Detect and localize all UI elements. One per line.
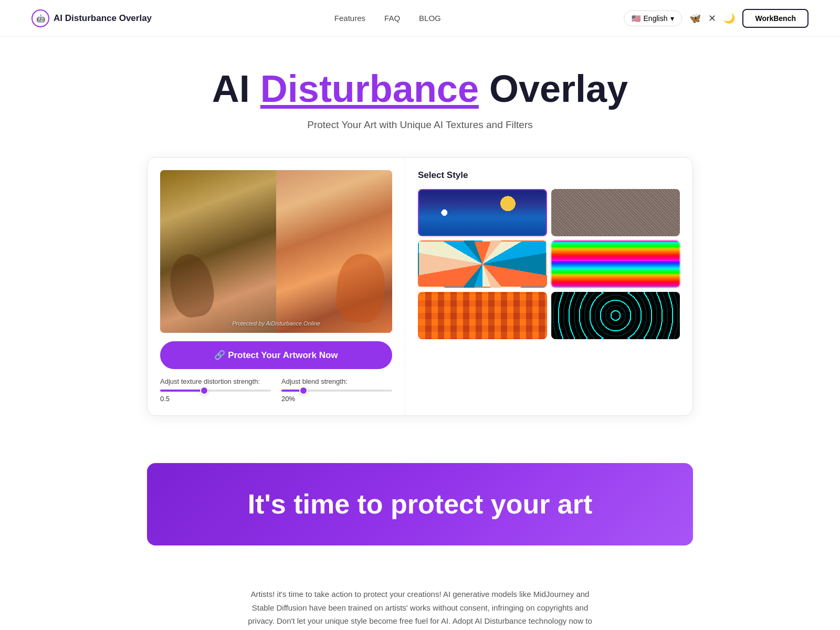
texture-slider-track[interactable]: [160, 390, 271, 392]
artwork-watermark: Protected by AiDisturbance.Online: [232, 320, 320, 327]
texture-slider-group: Adjust texture distortion strength: 0.5: [160, 377, 271, 403]
hero-title-part2: Overlay: [479, 68, 628, 110]
promo-headline: It's time to protect your art: [248, 489, 593, 519]
style-panel-title: Select Style: [418, 170, 680, 181]
language-selector[interactable]: 🇺🇸 English ▾: [624, 10, 682, 26]
body-text: Artists! it's time to take action to pro…: [247, 587, 593, 630]
style-grid: [418, 189, 680, 339]
blend-slider-group: Adjust blend strength: 20%: [281, 377, 392, 403]
chevron-down-icon: ▾: [670, 14, 674, 23]
twitter-x-icon[interactable]: ✕: [708, 13, 716, 24]
sliders-row: Adjust texture distortion strength: 0.5 …: [160, 377, 392, 403]
lang-label: English: [644, 14, 668, 23]
blend-slider-value: 20%: [281, 395, 392, 403]
artwork-protected: [276, 170, 392, 333]
bluesky-icon[interactable]: 🦋: [689, 13, 701, 24]
logo-link[interactable]: 🤖 AI Disturbance Overlay: [32, 9, 152, 27]
nav-faq[interactable]: FAQ: [384, 14, 400, 23]
hero-title-part1: AI: [212, 68, 260, 110]
texture-slider-thumb[interactable]: [200, 386, 208, 395]
style-thumb-dark-swirl[interactable]: [551, 292, 680, 339]
body-text-section: Artists! it's time to take action to pro…: [236, 577, 604, 630]
navbar: 🤖 AI Disturbance Overlay Features FAQ BL…: [0, 0, 840, 37]
protect-artwork-button[interactable]: 🔗 Protect Your Artwork Now: [160, 341, 392, 369]
demo-section: Protected by AiDisturbance.Online 🔗 Prot…: [0, 141, 840, 432]
hero-title: AI Disturbance Overlay: [10, 68, 830, 110]
demo-card: Protected by AiDisturbance.Online 🔗 Prot…: [147, 157, 693, 416]
style-thumb-starry-night[interactable]: [418, 189, 547, 236]
lang-flag: 🇺🇸: [632, 14, 640, 23]
workbench-button[interactable]: WorkBench: [742, 9, 808, 28]
artwork-preview: Protected by AiDisturbance.Online: [160, 170, 392, 333]
style-thumb-colorful-scatter[interactable]: [418, 240, 547, 288]
nav-blog[interactable]: BLOG: [419, 14, 441, 23]
blend-label: Adjust blend strength:: [281, 377, 392, 385]
artwork-original: [160, 170, 276, 333]
style-thumb-pixel-mosaic[interactable]: [418, 292, 547, 339]
demo-left-panel: Protected by AiDisturbance.Online 🔗 Prot…: [148, 158, 405, 415]
blend-slider-track[interactable]: [281, 390, 392, 392]
style-thumb-wavy-psychedelic[interactable]: [551, 240, 680, 288]
promo-wrapper: It's time to protect your art: [0, 432, 840, 577]
hero-section: AI Disturbance Overlay Protect Your Art …: [0, 37, 840, 141]
style-thumb-noise-portrait[interactable]: [551, 189, 680, 236]
texture-label: Adjust texture distortion strength:: [160, 377, 271, 385]
demo-right-panel: Select Style: [405, 158, 692, 415]
nav-links: Features FAQ BLOG: [334, 14, 441, 23]
logo-icon: 🤖: [32, 9, 49, 27]
logo-text: AI Disturbance Overlay: [54, 13, 152, 24]
nav-right: 🇺🇸 English ▾ 🦋 ✕ 🌙 WorkBench: [624, 9, 808, 28]
hero-subtitle: Protect Your Art with Unique AI Textures…: [10, 119, 830, 131]
blend-slider-thumb[interactable]: [299, 386, 308, 395]
texture-slider-fill: [160, 390, 204, 392]
texture-slider-value: 0.5: [160, 395, 271, 403]
nav-features[interactable]: Features: [334, 14, 365, 23]
dark-mode-toggle[interactable]: 🌙: [723, 13, 735, 24]
hero-title-purple: Disturbance: [260, 68, 479, 110]
promo-banner: It's time to protect your art: [147, 463, 693, 545]
